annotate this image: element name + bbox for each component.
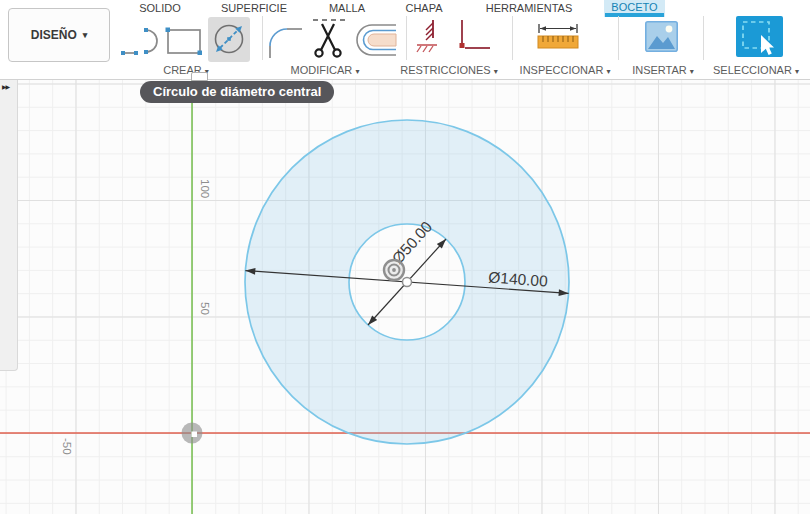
fix-constraint-icon [414,18,448,58]
design-menu-button[interactable]: DISEÑO ▾ [8,8,110,62]
center-diameter-circle-icon [211,21,247,57]
caret-down-icon: ▾ [690,67,694,76]
select-cursor-icon [736,16,783,57]
group-inspeccionar[interactable]: INSPECCIONAR ▾ [520,64,611,76]
group-restricciones-label: RESTRICCIONES [400,64,490,76]
active-tab-underline [605,13,664,17]
tab-malla[interactable]: MALLA [329,2,365,14]
toolbar: SOLIDO SUPERFICIE MALLA CHAPA HERRAMIENT… [0,0,810,80]
line-arc-icon [120,22,162,60]
coincident-constraint-icon [452,18,492,58]
axis-label-100: 100 [199,179,211,198]
circle-center-point[interactable] [403,278,412,287]
scissors-icon [308,16,348,62]
tab-superficie[interactable]: SUPERFICIE [221,2,287,14]
line-tool-button[interactable] [120,22,162,64]
rectangle-tool-button[interactable] [164,24,208,62]
origin-handle[interactable] [182,423,203,444]
design-menu-label: DISEÑO [31,28,77,42]
measure-tool-button[interactable] [536,22,580,54]
tab-herramientas[interactable]: HERRAMIENTAS [486,2,573,14]
group-modificar-label: MODIFICAR [291,64,353,76]
left-sidebar [0,80,18,371]
axis-label-neg50: -50 [61,438,73,455]
insert-image-button[interactable] [645,21,678,56]
group-insertar[interactable]: INSERTAR ▾ [632,64,694,76]
group-modificar[interactable]: MODIFICAR ▾ [291,64,360,76]
tab-chapa[interactable]: CHAPA [405,2,442,14]
offset-tool-button[interactable] [350,22,398,62]
app-window: 100 50 -50 Ø140.00 Ø50.00 ▶▶ NAVEGADOR C… [0,0,810,514]
group-insertar-label: INSERTAR [632,64,687,76]
toolbar-separator [512,16,513,60]
fillet-icon [266,22,304,60]
select-tool-button[interactable] [736,16,783,61]
group-restricciones[interactable]: RESTRICCIONES ▾ [400,64,498,76]
tool-tooltip: Círculo de diámetro central [140,81,334,103]
expand-panel-icon[interactable]: ▶▶ [2,83,9,90]
caret-down-icon: ▾ [355,67,359,76]
tooltip-anchor [191,72,208,81]
group-seleccionar-label: SELECCIONAR [713,64,792,76]
group-inspeccionar-label: INSPECCIONAR [520,64,604,76]
fillet-tool-button[interactable] [266,22,304,64]
trim-tool-button[interactable] [308,16,348,66]
measure-icon [536,22,580,50]
toolbar-separator [406,16,407,60]
offset-icon [350,22,398,58]
tab-boceto-label: BOCETO [604,1,665,13]
caret-down-icon: ▾ [494,67,498,76]
center-diameter-circle-button[interactable] [208,17,250,62]
caret-down-icon: ▾ [606,67,610,76]
group-seleccionar[interactable]: SELECCIONAR ▾ [713,64,799,76]
toolbar-separator [618,16,619,60]
tab-boceto[interactable]: BOCETO [604,0,665,17]
toolbar-separator [262,16,263,60]
constraint-fix-button[interactable] [414,18,448,62]
axis-label-50: 50 [199,302,211,315]
constraint-coincident-button[interactable] [452,18,492,62]
rectangle-icon [164,24,208,58]
tab-solido[interactable]: SOLIDO [139,2,181,14]
caret-down-icon: ▾ [83,30,88,40]
concentric-indicator-icon [384,260,404,280]
caret-down-icon: ▾ [795,67,799,76]
toolbar-separator [703,16,704,60]
image-icon [645,21,678,52]
